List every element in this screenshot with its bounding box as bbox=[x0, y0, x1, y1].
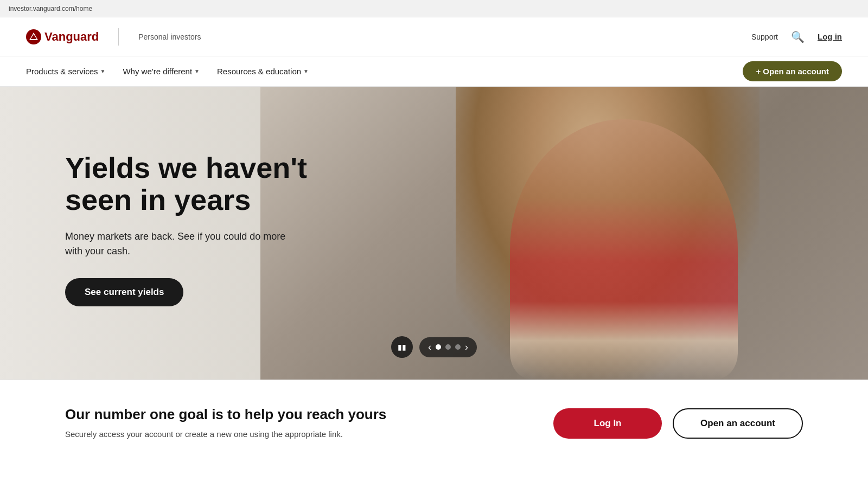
search-icon: 🔍 bbox=[791, 30, 805, 43]
nav-why-different[interactable]: Why we're different ▼ bbox=[123, 67, 200, 76]
nav-products-services[interactable]: Products & services ▼ bbox=[26, 67, 105, 76]
pause-icon: ▮▮ bbox=[398, 343, 406, 351]
vanguard-logo[interactable]: Vanguard bbox=[26, 29, 99, 44]
carousel-pause-button[interactable]: ▮▮ bbox=[391, 336, 413, 358]
bottom-headline: Our number one goal is to help you reach… bbox=[65, 406, 386, 423]
hero-section: Yields we haven't seen in years Money ma… bbox=[0, 87, 868, 380]
header-right: Support 🔍 Log in bbox=[751, 30, 842, 43]
carousel-dot-3[interactable] bbox=[455, 344, 461, 350]
carousel-nav: ‹ › bbox=[419, 337, 477, 357]
bottom-login-button[interactable]: Log In bbox=[553, 408, 662, 439]
logo-divider bbox=[118, 28, 119, 46]
carousel-dot-2[interactable] bbox=[445, 344, 451, 350]
carousel-dots bbox=[436, 344, 461, 350]
support-link[interactable]: Support bbox=[751, 33, 778, 41]
see-current-yields-button[interactable]: See current yields bbox=[65, 278, 183, 306]
logo-icon bbox=[26, 29, 41, 44]
hero-subtext: Money markets are back. See if you could… bbox=[65, 229, 304, 259]
chevron-down-icon: ▼ bbox=[303, 68, 309, 74]
carousel-controls: ▮▮ ‹ › bbox=[391, 336, 477, 358]
bottom-text-area: Our number one goal is to help you reach… bbox=[65, 406, 386, 441]
hero-content: Yields we haven't seen in years Money ma… bbox=[65, 152, 347, 306]
chevron-right-icon: › bbox=[465, 342, 468, 353]
hero-headline: Yields we haven't seen in years bbox=[65, 152, 347, 216]
login-link[interactable]: Log in bbox=[818, 32, 842, 41]
carousel-next-button[interactable]: › bbox=[465, 342, 468, 353]
bottom-subtext: Securely access your account or create a… bbox=[65, 428, 386, 441]
personal-investors-label: Personal investors bbox=[138, 33, 201, 41]
carousel-prev-button[interactable]: ‹ bbox=[428, 342, 431, 353]
carousel-dot-1[interactable] bbox=[436, 344, 441, 350]
search-button[interactable]: 🔍 bbox=[791, 30, 805, 43]
chevron-left-icon: ‹ bbox=[428, 342, 431, 353]
bottom-open-account-button[interactable]: Open an account bbox=[673, 408, 803, 439]
logo-area: Vanguard Personal investors bbox=[26, 28, 201, 46]
hero-person-body bbox=[510, 119, 738, 380]
nav-links: Products & services ▼ Why we're differen… bbox=[26, 67, 309, 76]
browser-bar: investor.vanguard.com/home bbox=[0, 0, 868, 17]
chevron-down-icon: ▼ bbox=[100, 68, 106, 74]
nav-open-account-button[interactable]: + Open an account bbox=[743, 61, 842, 81]
main-nav: Products & services ▼ Why we're differen… bbox=[0, 56, 868, 87]
browser-url: investor.vanguard.com/home bbox=[9, 5, 92, 12]
bottom-cta-section: Our number one goal is to help you reach… bbox=[0, 380, 868, 467]
top-header: Vanguard Personal investors Support 🔍 Lo… bbox=[0, 17, 868, 56]
nav-resources-education[interactable]: Resources & education ▼ bbox=[217, 67, 309, 76]
bottom-buttons: Log In Open an account bbox=[553, 408, 803, 439]
chevron-down-icon: ▼ bbox=[194, 68, 200, 74]
